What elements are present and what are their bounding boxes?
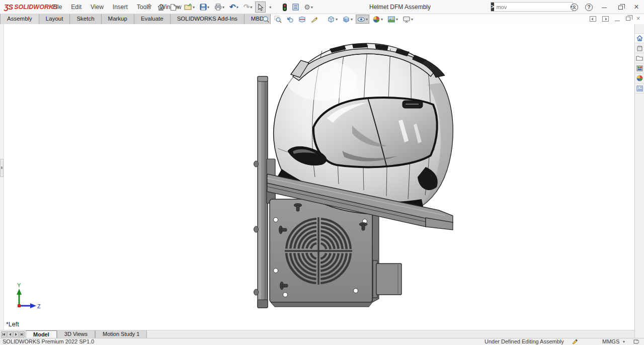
tab-scroll-buttons xyxy=(0,330,26,338)
new-document-button[interactable]: ▾ xyxy=(168,2,181,13)
titlebar-controls: ? × xyxy=(571,0,641,14)
title-bar: ƷS SOLIDWORKS File Edit View Insert Tool… xyxy=(0,0,644,14)
dropdown-caret[interactable]: ▾ xyxy=(381,17,383,22)
dropdown-caret[interactable]: ▾ xyxy=(193,5,195,10)
custom-properties-icon[interactable] xyxy=(635,83,644,94)
apply-scene-icon[interactable]: ▾ xyxy=(386,15,399,24)
restore-button[interactable] xyxy=(616,4,625,11)
dropdown-caret[interactable]: ▾ xyxy=(236,5,238,10)
view-orientation-icon[interactable]: ▾ xyxy=(326,15,339,24)
select-tool-button[interactable] xyxy=(255,2,266,13)
tab-assembly[interactable]: Assembly xyxy=(0,14,39,24)
open-document-button[interactable]: ▾ xyxy=(182,2,197,13)
help-icon[interactable]: ? xyxy=(585,4,593,11)
dropdown-caret[interactable]: ▾ xyxy=(177,5,179,10)
options-button[interactable]: ⚙ ▾ xyxy=(302,2,315,13)
minimize-button[interactable] xyxy=(600,4,609,11)
previous-view-icon[interactable] xyxy=(285,15,295,24)
tab-3d-views[interactable]: 3D Views xyxy=(57,330,95,338)
tab-evaluate[interactable]: Evaluate xyxy=(134,14,171,24)
document-minimize-icon[interactable] xyxy=(615,21,620,21)
command-manager-tabs: Assembly Layout Sketch Markup Evaluate S… xyxy=(0,14,271,24)
task-pane xyxy=(634,24,644,338)
stand-back-plate[interactable] xyxy=(254,76,268,308)
status-bar: SOLIDWORKS Premium 2022 SP1.0 Under Defi… xyxy=(0,338,644,345)
redo-icon: ↷ xyxy=(244,3,250,12)
scroll-next-button[interactable] xyxy=(13,331,19,337)
file-properties-button[interactable] xyxy=(290,2,301,13)
stand-base-box[interactable] xyxy=(270,199,379,307)
dropdown-caret[interactable]: ▾ xyxy=(366,17,368,22)
document-window-controls: × xyxy=(590,15,640,22)
3ds-logo-mark: ƷS xyxy=(4,3,13,11)
section-view-icon[interactable] xyxy=(297,15,307,24)
helmet-assembly-model[interactable] xyxy=(0,0,644,345)
document-restore-icon[interactable] xyxy=(626,17,630,21)
appearances-scenes-icon[interactable] xyxy=(635,73,644,83)
tab-motion-study-1[interactable]: Motion Study 1 xyxy=(95,330,147,338)
select-dropdown[interactable]: ▾ xyxy=(267,2,273,13)
display-style-icon[interactable]: ▾ xyxy=(341,15,354,24)
menu-file[interactable]: File xyxy=(48,0,66,14)
dropdown-caret[interactable]: ▾ xyxy=(222,5,224,10)
menu-insert[interactable]: Insert xyxy=(108,0,132,14)
scroll-last-button[interactable] xyxy=(19,331,25,337)
solidworks-resources-home-icon[interactable] xyxy=(635,33,644,43)
print-button[interactable]: ▾ xyxy=(212,2,226,13)
view-palette-icon[interactable] xyxy=(635,63,644,73)
edit-appearance-icon[interactable]: ▾ xyxy=(371,15,384,24)
document-title: Helmet DFM Assembly xyxy=(332,0,468,14)
pin-menu-icon[interactable] xyxy=(143,2,154,13)
tab-sketch[interactable]: Sketch xyxy=(70,14,101,24)
menu-view[interactable]: View xyxy=(86,0,108,14)
undo-button[interactable]: ↶ ▾ xyxy=(227,2,240,13)
login-user-icon[interactable] xyxy=(571,4,578,11)
save-button[interactable]: ▾ xyxy=(198,2,211,13)
collapse-pane-right-icon[interactable] xyxy=(602,16,609,22)
side-connector-box[interactable] xyxy=(373,261,401,298)
z-axis-arrow xyxy=(30,303,36,308)
dropdown-caret[interactable]: ▾ xyxy=(336,17,338,22)
close-button[interactable]: × xyxy=(632,3,641,12)
search-input[interactable] xyxy=(494,4,570,10)
dropdown-caret[interactable]: ▾ xyxy=(269,5,271,10)
constraint-status-text: Under Defined xyxy=(485,338,520,345)
quick-tips-icon[interactable] xyxy=(572,338,578,345)
z-axis-label: Z xyxy=(37,303,41,309)
document-close-icon[interactable]: × xyxy=(636,15,640,22)
dropdown-caret[interactable]: ▾ xyxy=(396,17,398,22)
tab-model[interactable]: Model xyxy=(26,330,57,338)
scroll-prev-button[interactable] xyxy=(7,331,13,337)
zoom-to-area-icon[interactable] xyxy=(273,15,283,24)
file-explorer-icon[interactable] xyxy=(635,53,644,63)
design-library-icon[interactable] xyxy=(635,43,644,53)
dropdown-caret[interactable]: ▾ xyxy=(250,5,252,10)
dropdown-caret[interactable]: ▾ xyxy=(411,17,413,22)
collapse-pane-left-icon[interactable] xyxy=(590,16,596,22)
command-search-box[interactable]: > ▾ xyxy=(491,2,573,12)
collapsed-panel-strip xyxy=(0,24,4,338)
dropdown-caret[interactable]: ▾ xyxy=(311,5,313,10)
dropdown-caret[interactable]: ▾ xyxy=(351,17,353,22)
dropdown-caret[interactable]: ▾ xyxy=(207,5,209,10)
undo-icon: ↶ xyxy=(229,3,236,12)
orientation-triad: Y Z xyxy=(0,0,60,345)
dynamic-annotation-views-icon[interactable] xyxy=(309,15,319,24)
hide-show-items-icon[interactable]: ▾ xyxy=(356,15,369,24)
tab-solidworks-add-ins[interactable]: SOLIDWORKS Add-Ins xyxy=(171,14,245,24)
home-button[interactable] xyxy=(155,2,167,13)
tab-markup[interactable]: Markup xyxy=(102,14,134,24)
tab-layout[interactable]: Layout xyxy=(39,14,70,24)
unit-system-caret[interactable]: ▾ xyxy=(623,338,625,345)
unit-system-selector[interactable]: MMGS xyxy=(602,338,619,345)
rebuild-button[interactable] xyxy=(280,2,289,13)
tag-icon[interactable] xyxy=(633,338,639,345)
panel-expand-handle[interactable] xyxy=(0,159,4,177)
redo-button[interactable]: ↷ ▾ xyxy=(242,2,255,13)
gear-icon: ⚙ xyxy=(304,3,310,11)
zoom-to-fit-icon[interactable] xyxy=(261,15,271,24)
view-settings-icon[interactable]: ▾ xyxy=(401,15,415,24)
scroll-first-button[interactable] xyxy=(1,331,7,337)
menu-edit[interactable]: Edit xyxy=(66,0,86,14)
command-manager-row: Assembly Layout Sketch Markup Evaluate S… xyxy=(0,14,644,24)
